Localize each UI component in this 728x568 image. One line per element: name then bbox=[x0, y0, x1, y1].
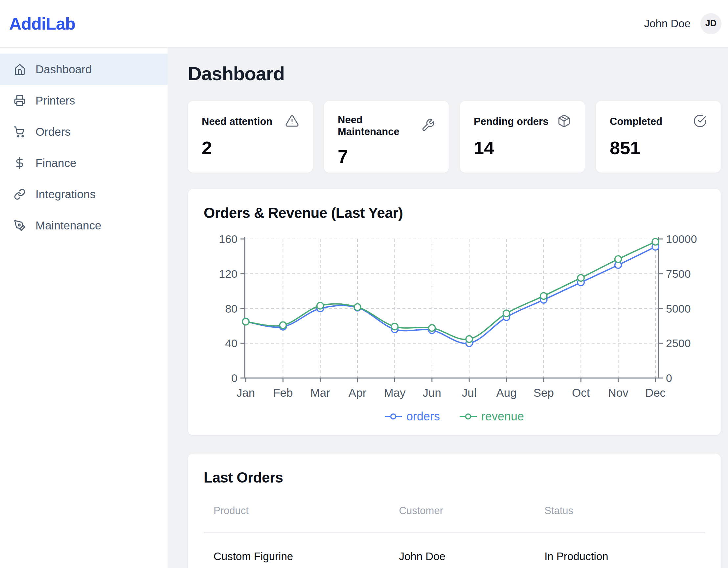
stat-value: 7 bbox=[338, 146, 435, 167]
cell-product: Custom Figurine bbox=[204, 532, 389, 568]
svg-text:Jun: Jun bbox=[423, 386, 441, 399]
user-name: John Doe bbox=[644, 17, 691, 30]
wrench-icon bbox=[421, 118, 435, 133]
svg-text:May: May bbox=[384, 386, 406, 399]
chart-title: Orders & Revenue (Last Year) bbox=[204, 205, 705, 221]
svg-text:Jan: Jan bbox=[237, 386, 255, 399]
legend-marker-icon bbox=[460, 413, 477, 420]
table-row: Custom FigurineJohn DoeIn Production bbox=[204, 532, 705, 568]
svg-text:0: 0 bbox=[666, 372, 672, 384]
svg-text:7500: 7500 bbox=[666, 267, 691, 280]
dollar-icon bbox=[14, 157, 26, 169]
header-user-area: John Doe JD bbox=[644, 13, 721, 34]
main-content: Dashboard Need attention2Need Maintenanc… bbox=[168, 48, 728, 568]
svg-text:2500: 2500 bbox=[666, 337, 691, 350]
stat-card-need-attention: Need attention2 bbox=[188, 101, 313, 172]
printer-icon bbox=[14, 95, 26, 106]
pen-tool-icon bbox=[14, 219, 26, 231]
cell-status: In Production bbox=[535, 532, 705, 568]
cell-customer: John Doe bbox=[389, 532, 535, 568]
column-header-product: Product bbox=[204, 505, 389, 532]
legend-label: orders bbox=[406, 410, 440, 423]
last-orders-card: Last Orders ProductCustomerStatus Custom… bbox=[188, 454, 721, 568]
line-chart: 04080120160025005000750010000JanFebMarAp… bbox=[204, 232, 705, 402]
stat-value: 2 bbox=[202, 137, 299, 158]
stat-cards-row: Need attention2Need Maintenance7Pending … bbox=[188, 101, 721, 172]
page-title: Dashboard bbox=[188, 62, 721, 84]
column-header-customer: Customer bbox=[389, 505, 535, 532]
svg-text:Sep: Sep bbox=[534, 386, 554, 399]
svg-text:Dec: Dec bbox=[645, 386, 666, 399]
stat-card-pending-orders: Pending orders14 bbox=[460, 101, 585, 172]
svg-text:Nov: Nov bbox=[608, 386, 629, 399]
alert-triangle-icon bbox=[285, 114, 299, 129]
svg-text:5000: 5000 bbox=[666, 303, 691, 315]
stat-label: Pending orders bbox=[474, 116, 548, 127]
home-icon bbox=[14, 63, 26, 75]
stat-card-completed: Completed851 bbox=[596, 101, 721, 172]
sidebar-item-label: Dashboard bbox=[35, 63, 92, 76]
cart-icon bbox=[14, 126, 26, 138]
sidebar-item-dashboard[interactable]: Dashboard bbox=[0, 54, 168, 85]
sidebar-item-label: Finance bbox=[35, 156, 77, 170]
check-circle-icon bbox=[693, 114, 707, 129]
svg-text:Apr: Apr bbox=[349, 386, 367, 399]
sidebar-item-label: Maintenance bbox=[35, 219, 101, 232]
stat-label: Completed bbox=[610, 116, 662, 127]
svg-text:Feb: Feb bbox=[273, 386, 293, 399]
sidebar-item-label: Printers bbox=[35, 94, 75, 107]
svg-text:Mar: Mar bbox=[310, 386, 330, 399]
svg-text:10000: 10000 bbox=[666, 233, 697, 245]
sidebar-item-finance[interactable]: Finance bbox=[0, 147, 168, 178]
chart-legend: ordersrevenue bbox=[204, 410, 705, 425]
svg-text:120: 120 bbox=[219, 267, 238, 280]
sidebar-item-printers[interactable]: Printers bbox=[0, 85, 168, 116]
user-avatar[interactable]: JD bbox=[700, 13, 721, 34]
svg-text:160: 160 bbox=[219, 233, 238, 245]
sidebar-item-orders[interactable]: Orders bbox=[0, 116, 168, 147]
sidebar-item-integrations[interactable]: Integrations bbox=[0, 178, 168, 210]
svg-text:Oct: Oct bbox=[572, 386, 590, 399]
column-header-status: Status bbox=[535, 505, 705, 532]
sidebar-item-label: Orders bbox=[35, 125, 71, 138]
stat-label: Need Maintenance bbox=[338, 114, 421, 138]
svg-text:40: 40 bbox=[225, 337, 238, 350]
sidebar-item-maintenance[interactable]: Maintenance bbox=[0, 210, 168, 241]
legend-label: revenue bbox=[481, 410, 524, 423]
sidebar-nav: DashboardPrintersOrdersFinanceIntegratio… bbox=[0, 48, 168, 568]
orders-revenue-chart-card: Orders & Revenue (Last Year) 04080120160… bbox=[188, 189, 721, 435]
stat-value: 851 bbox=[610, 137, 707, 158]
legend-item-orders: orders bbox=[385, 410, 440, 423]
legend-item-revenue: revenue bbox=[460, 410, 524, 423]
package-icon bbox=[557, 114, 571, 129]
link-icon bbox=[14, 188, 26, 200]
svg-text:80: 80 bbox=[225, 303, 238, 315]
stat-label: Need attention bbox=[202, 116, 272, 127]
last-orders-title: Last Orders bbox=[204, 469, 705, 486]
app-logo[interactable]: AddiLab bbox=[9, 14, 75, 34]
stat-card-need-maintenance: Need Maintenance7 bbox=[324, 101, 449, 172]
svg-text:0: 0 bbox=[231, 372, 238, 384]
sidebar-item-label: Integrations bbox=[35, 188, 96, 201]
app-header: AddiLab John Doe JD bbox=[0, 0, 728, 48]
stat-value: 14 bbox=[474, 137, 571, 158]
legend-marker-icon bbox=[385, 413, 402, 420]
svg-text:Aug: Aug bbox=[496, 386, 516, 399]
last-orders-table: ProductCustomerStatus Custom FigurineJoh… bbox=[204, 505, 705, 568]
svg-text:Jul: Jul bbox=[462, 386, 477, 399]
